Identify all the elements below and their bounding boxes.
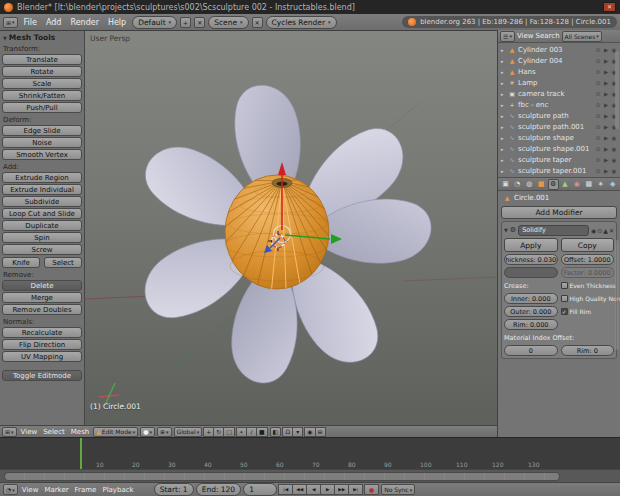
start-frame-field[interactable]: Start: 1 (154, 483, 194, 496)
render-icon[interactable]: ◉ (610, 168, 618, 174)
selectable-icon[interactable]: ▶ (602, 47, 610, 53)
menu-file[interactable]: File (21, 18, 40, 27)
delete-scene-button[interactable]: ✕ (252, 17, 263, 28)
sync-dropdown[interactable]: No Sync ▾ (381, 484, 415, 495)
remove-doubles-button[interactable]: Remove Doubles (2, 304, 82, 315)
delete-modifier-icon[interactable]: ✕ (609, 227, 614, 234)
outliner-item-label[interactable]: sculpture shape.001 (518, 145, 589, 153)
outliner-item-label[interactable]: Cylinder 004 (518, 57, 563, 65)
crease-rim-field[interactable]: Rim: 0.000 (504, 319, 558, 330)
selectable-icon[interactable]: ▶ (602, 157, 610, 163)
offset-field[interactable]: Offset: 1.0000 (561, 254, 615, 265)
play-reverse-button[interactable]: ◀ (306, 484, 321, 495)
outliner-view-menu[interactable]: View (517, 32, 534, 40)
toggle-editmode-button[interactable]: Toggle Editmode (2, 370, 82, 381)
snap-target-dropdown[interactable]: ▾ (292, 427, 303, 437)
eye-icon[interactable]: ⊙ (594, 124, 602, 130)
knife-button[interactable]: Knife (2, 257, 40, 268)
outliner-item-label[interactable]: Cylinder 003 (518, 46, 563, 54)
previous-keyframe-button[interactable]: ◀◀ (292, 484, 307, 495)
expander-icon[interactable]: ▸ (501, 146, 506, 152)
expander-icon[interactable]: ▸ (501, 113, 506, 119)
screen-layout-dropdown[interactable]: Default ▾ (132, 16, 177, 29)
tab-render[interactable]: ▣ (500, 179, 511, 190)
outliner-item[interactable]: ▸ ▣ camera track ⊙▶◉ (498, 88, 620, 99)
material-offset-field[interactable]: 0 (504, 345, 558, 356)
translate-button[interactable]: Translate (2, 54, 82, 65)
view-menu[interactable]: View (19, 428, 40, 436)
render-icon[interactable]: ◉ (610, 146, 618, 152)
modifier-name-field[interactable]: Solidify (518, 225, 589, 236)
expander-icon[interactable]: ▸ (501, 69, 506, 75)
crease-outer-field[interactable]: Outer: 0.000 (504, 306, 558, 317)
timeline-scrollbar-thumb[interactable] (4, 472, 560, 481)
selectable-icon[interactable]: ▶ (602, 124, 610, 130)
modifier-render-toggle-icon[interactable]: ◉ (591, 227, 596, 234)
breadcrumb-object-name[interactable]: Circle.001 (514, 194, 549, 202)
editor-type-button[interactable]: ⊞ ▾ (2, 427, 17, 437)
delete-button[interactable]: Delete (2, 280, 82, 291)
eye-icon[interactable]: ⊙ (594, 47, 602, 53)
recalculate-button[interactable]: Recalculate (2, 327, 82, 338)
fill-rim-checkbox[interactable]: ✓ Fill Rim (561, 306, 615, 317)
push-pull-button[interactable]: Push/Pull (2, 102, 82, 113)
eye-icon[interactable]: ⊙ (594, 80, 602, 86)
modifier-panel-header[interactable]: ▼ ⚙ Solidify ◉ ⊙ ▲ ✕ (504, 224, 614, 236)
outliner-display-dropdown[interactable]: All Scenes ▾ (562, 31, 602, 42)
3d-viewport[interactable]: User Persp (1) Circle.001 (85, 31, 497, 425)
timeline-canvas[interactable]: 10 20 30 40 50 60 70 80 90 100 110 120 1… (0, 437, 620, 469)
expander-icon[interactable]: ▸ (501, 47, 506, 53)
selectable-icon[interactable]: ▶ (602, 80, 610, 86)
thickness-field[interactable]: Thickness: 0.0300 (504, 254, 558, 265)
tab-material[interactable]: ◉ (571, 179, 582, 190)
vertex-group-field[interactable] (504, 267, 558, 278)
subdivide-button[interactable]: Subdivide (2, 196, 82, 207)
eye-icon[interactable]: ⊙ (594, 58, 602, 64)
selectable-icon[interactable]: ▶ (602, 146, 610, 152)
eye-icon[interactable]: ⊙ (594, 146, 602, 152)
high-quality-normal-checkbox[interactable]: High Quality Normal (561, 293, 615, 304)
outliner-item[interactable]: ▸ + fbc - enc ⊙▶◉ (498, 99, 620, 110)
current-frame-field[interactable]: 1 (243, 483, 277, 496)
outliner-item-label[interactable]: sculpture path.001 (518, 123, 584, 131)
timeline-frame-menu[interactable]: Frame (73, 486, 99, 494)
selected-mesh-sphere[interactable] (225, 175, 329, 289)
expander-icon[interactable]: ▸ (501, 157, 506, 163)
expander-icon[interactable]: ▼ (504, 227, 508, 233)
crease-inner-field[interactable]: Inner: 0.000 (504, 293, 558, 304)
eye-icon[interactable]: ⊙ (594, 113, 602, 119)
eye-icon[interactable]: ⊙ (594, 157, 602, 163)
eye-icon[interactable]: ⊙ (594, 135, 602, 141)
selectable-icon[interactable]: ▶ (602, 168, 610, 174)
shrink-fatten-button[interactable]: Shrink/Fatten (2, 90, 82, 101)
outliner-item-label[interactable]: fbc - enc (518, 101, 548, 109)
tab-texture[interactable]: ▩ (583, 179, 594, 190)
uv-mapping-button[interactable]: UV Mapping (2, 351, 82, 362)
noise-button[interactable]: Noise (2, 137, 82, 148)
timeline-marker-menu[interactable]: Marker (42, 486, 70, 494)
editor-type-button[interactable]: ⊞ ▾ (3, 17, 18, 28)
menu-render[interactable]: Render (67, 18, 101, 27)
edge-slide-button[interactable]: Edge Slide (2, 125, 82, 136)
outliner-item-label[interactable]: camera track (518, 90, 564, 98)
tab-physics[interactable]: ◆ (607, 179, 618, 190)
menu-add[interactable]: Add (43, 18, 65, 27)
jump-to-end-button[interactable]: ▶| (348, 484, 363, 495)
smooth-vertex-button[interactable]: Smooth Vertex (2, 149, 82, 160)
select-menu[interactable]: Select (41, 428, 67, 436)
menu-help[interactable]: Help (105, 18, 129, 27)
eye-icon[interactable]: ⊙ (594, 69, 602, 75)
selectable-icon[interactable]: ▶ (602, 135, 610, 141)
eye-icon[interactable]: ⊙ (594, 168, 602, 174)
orientation-dropdown[interactable]: Global ▾ (174, 427, 203, 437)
mesh-menu[interactable]: Mesh (69, 428, 91, 436)
expander-icon[interactable]: ▸ (501, 124, 506, 130)
editor-type-button[interactable]: ◔ ▾ (3, 484, 18, 495)
outliner-item-label[interactable]: Lamp (518, 79, 537, 87)
pivot-dropdown[interactable]: ⊕ ▾ (157, 427, 172, 437)
outliner-search-menu[interactable]: Search (536, 32, 560, 40)
expander-icon[interactable]: ▸ (501, 168, 506, 174)
expander-icon[interactable]: ▸ (501, 91, 506, 97)
outliner-item[interactable]: ▸ ☀ Lamp ⊙▶◉ (498, 77, 620, 88)
tool-shelf-panel-header[interactable]: ▼ Mesh Tools (0, 32, 84, 43)
